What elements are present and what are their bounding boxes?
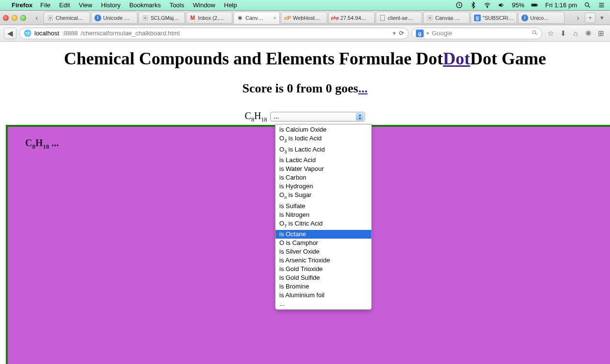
tab-favicon: M <box>189 15 196 21</box>
dropdown-option[interactable]: O3 is Iodic Acid <box>275 134 371 145</box>
dropdown-option[interactable]: is Aluminium foil <box>275 291 371 300</box>
browser-tab[interactable]: php27.54.94… <box>328 12 375 24</box>
browser-tab[interactable]: SCLGMaj… <box>138 12 185 24</box>
timemachine-icon[interactable] <box>456 1 463 9</box>
dropdown-option[interactable]: is Gold Sulfide <box>275 273 371 282</box>
menu-window[interactable]: Window <box>193 1 215 9</box>
dropdown-option[interactable]: is Water Vapour <box>275 165 371 173</box>
menu-bookmarks[interactable]: Bookmarks <box>129 1 161 9</box>
svg-point-8 <box>429 17 431 19</box>
minimize-window-button[interactable] <box>12 15 17 21</box>
title-dot-link[interactable]: Dot <box>443 49 470 68</box>
title-text-post: Dot Game <box>470 49 546 68</box>
volume-icon[interactable] <box>498 1 505 9</box>
browser-tab-bar: ‹ Chemical…iUnicode …SCLGMaj…MInbox (2,…… <box>0 11 610 25</box>
svg-point-7 <box>144 17 146 19</box>
browser-tab[interactable]: ◉Canv…× <box>233 12 280 24</box>
google-icon: g <box>416 30 424 37</box>
page-identity-icon[interactable]: 🌐 <box>24 30 31 37</box>
menu-file[interactable]: File <box>40 1 50 9</box>
browser-tab[interactable]: client-se… <box>376 12 422 24</box>
svg-rect-3 <box>537 4 538 5</box>
browser-tab[interactable]: MInbox (2,… <box>186 12 232 24</box>
answer-dropdown-list[interactable]: is Calcium OxideO3 is Iodic AcidO3 is La… <box>275 124 372 310</box>
notification-center-icon[interactable] <box>598 1 605 9</box>
battery-percent[interactable]: 95% <box>512 1 524 9</box>
formula-text: C8H18 <box>245 110 267 121</box>
search-icon[interactable] <box>532 30 538 37</box>
tab-title: 27.54.94… <box>340 15 371 21</box>
tab-title: "SUBSCRI… <box>483 15 514 21</box>
tab-title: WebHost… <box>293 15 324 21</box>
dropdown-option[interactable]: is Octane <box>275 230 371 239</box>
tab-scroll-right[interactable]: › <box>573 13 583 23</box>
dropdown-option[interactable]: ... <box>275 300 371 308</box>
dropdown-option[interactable]: O3 is Lactic Acid <box>275 145 371 156</box>
mac-menubar: Firefox File Edit View History Bookmarks… <box>0 0 610 11</box>
answer-select[interactable]: ... ▲▼ <box>270 112 365 121</box>
browser-tab[interactable]: Chemical… <box>44 12 90 24</box>
dropdown-option[interactable]: is Calcium Oxide <box>275 125 371 134</box>
reader-mode-icon[interactable]: ▾ <box>393 30 396 37</box>
menu-edit[interactable]: Edit <box>59 1 70 9</box>
dropdown-option[interactable]: is Lactic Acid <box>275 156 371 165</box>
browser-tab[interactable]: iUnico… <box>518 12 564 24</box>
score-label-post: goes <box>332 81 358 95</box>
tab-title: SCLGMaj… <box>151 15 182 21</box>
tab-favicon: i <box>521 15 528 21</box>
dropdown-option[interactable]: is Hydrogen <box>275 182 371 191</box>
page-title: Chemical Compounds and Elements Formulae… <box>0 48 610 69</box>
menubar-app-name[interactable]: Firefox <box>12 1 32 9</box>
menu-tools[interactable]: Tools <box>169 1 184 9</box>
zoom-window-button[interactable] <box>20 15 26 21</box>
dropdown-option[interactable]: is Carbon <box>275 173 371 182</box>
browser-tab[interactable]: cPWebHost… <box>281 12 327 24</box>
browser-tab[interactable]: Canvas … <box>423 12 470 24</box>
home-button[interactable]: ⌂ <box>570 28 581 39</box>
dropdown-option[interactable]: is Gold Trioxide <box>275 265 371 273</box>
url-input[interactable]: 🌐 localhost:8888/chemicalformulae_chalkb… <box>19 28 409 39</box>
search-input[interactable]: g ▾ Google <box>412 28 542 39</box>
tab-overflow-button[interactable]: ▾ <box>596 14 607 21</box>
spotlight-icon[interactable] <box>584 1 591 9</box>
dropdown-option[interactable]: is Sulfate <box>275 202 371 211</box>
bluetooth-icon[interactable] <box>470 1 477 9</box>
score-dots-link[interactable]: ... <box>358 81 368 95</box>
page-content: Chemical Compounds and Elements Formulae… <box>0 42 610 364</box>
reload-button[interactable]: ⟳ <box>399 30 404 37</box>
tab-close-icon[interactable]: × <box>274 15 276 21</box>
battery-icon[interactable] <box>531 1 538 9</box>
new-tab-button[interactable]: + <box>585 13 595 23</box>
feed-icon[interactable]: ❋ <box>583 28 594 39</box>
menu-view[interactable]: View <box>79 1 92 9</box>
addon-icon[interactable]: ⊞ <box>595 28 606 39</box>
svg-point-1 <box>487 7 488 7</box>
search-engine-dropdown-icon[interactable]: ▾ <box>427 30 429 36</box>
goes-value: 0 <box>326 81 332 95</box>
tab-favicon: cP <box>284 15 291 21</box>
back-button[interactable]: ◀ <box>4 28 16 39</box>
dropdown-option[interactable]: is Arsenic Trioxide <box>275 256 371 265</box>
browser-tab[interactable]: g"SUBSCRI… <box>471 12 517 24</box>
window-controls <box>3 15 26 21</box>
dropdown-option[interactable]: is Bromine <box>275 282 371 291</box>
tab-scroll-left[interactable]: ‹ <box>32 13 42 23</box>
tab-favicon: php <box>332 15 338 21</box>
svg-rect-4 <box>532 4 537 6</box>
formula-row: C8H18 ... ▲▼ <box>0 110 610 123</box>
wifi-icon[interactable] <box>484 1 491 9</box>
dropdown-option[interactable]: O is Camphor <box>275 239 371 247</box>
tab-title: Unicode … <box>103 15 134 21</box>
menu-help[interactable]: Help <box>224 1 237 9</box>
downloads-icon[interactable]: ⬇ <box>558 28 568 39</box>
menu-history[interactable]: History <box>101 1 121 9</box>
dropdown-option[interactable]: is Nitrogen <box>275 211 371 219</box>
close-window-button[interactable] <box>3 15 9 21</box>
dropdown-option[interactable]: On is Sugar <box>275 191 371 202</box>
bookmark-star-icon[interactable]: ☆ <box>545 28 556 39</box>
menubar-clock[interactable]: Fri 1:16 pm <box>545 1 577 9</box>
url-port: :8888 <box>62 30 78 37</box>
dropdown-option[interactable]: O7 is Citric Acid <box>275 219 371 230</box>
dropdown-option[interactable]: is Silver Oxide <box>275 247 371 256</box>
browser-tab[interactable]: iUnicode … <box>91 12 137 24</box>
